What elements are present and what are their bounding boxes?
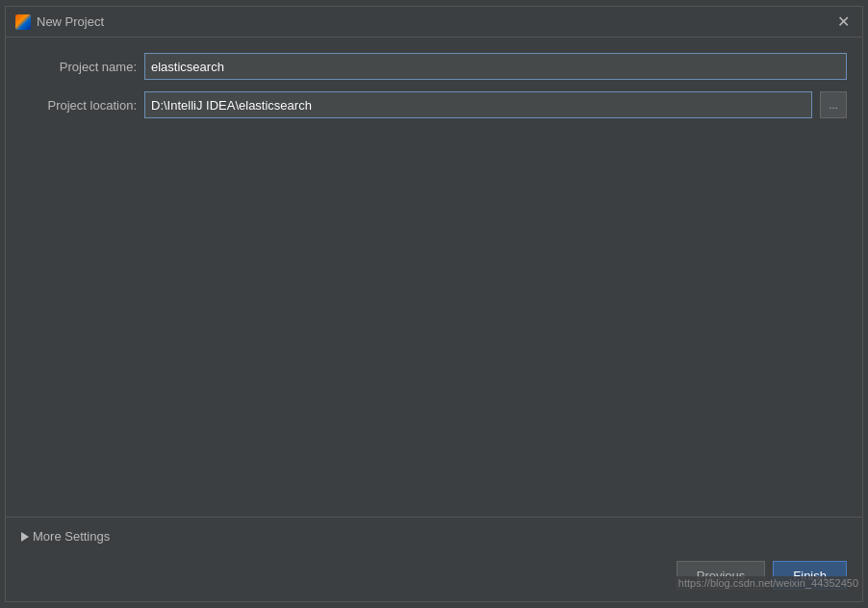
title-bar: New Project ✕ xyxy=(6,7,862,38)
close-button[interactable]: ✕ xyxy=(833,13,853,32)
new-project-dialog: New Project ✕ Project name: Project loca… xyxy=(5,6,863,602)
project-location-row: Project location: ... xyxy=(21,91,847,118)
triangle-icon xyxy=(21,532,29,542)
more-settings-label: More Settings xyxy=(33,529,110,544)
window-title: New Project xyxy=(37,14,104,29)
title-bar-left: New Project xyxy=(15,14,104,30)
content-spacer xyxy=(21,130,847,517)
intellij-icon xyxy=(15,14,31,30)
more-settings-row[interactable]: More Settings xyxy=(21,525,847,547)
project-location-input[interactable] xyxy=(144,91,812,118)
browse-button[interactable]: ... xyxy=(820,91,847,118)
watermark-text: https://blog.csdn.net/weixin_44352450 xyxy=(675,576,862,590)
project-name-row: Project name: xyxy=(21,53,847,80)
project-name-input[interactable] xyxy=(144,53,847,80)
project-name-label: Project name: xyxy=(21,60,137,74)
project-location-label: Project location: xyxy=(21,98,137,113)
content-area: Project name: Project location: ... xyxy=(6,38,862,517)
